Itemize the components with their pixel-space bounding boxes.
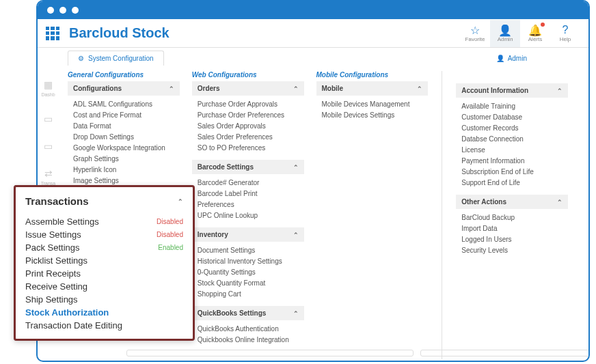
status-badge: Enabled: [158, 244, 183, 251]
chevron-up-icon: ⌃: [293, 310, 299, 317]
panel-head-barcode[interactable]: Barcode Settings⌃: [192, 160, 304, 174]
col-web: Web Configurations Orders⌃ Purchase Orde…: [192, 71, 304, 359]
callout-item[interactable]: Issue SettingsDisabled: [25, 228, 183, 241]
apps-grid-icon[interactable]: [46, 27, 59, 40]
list-item[interactable]: Google Workspace Integration: [70, 142, 180, 153]
list-item[interactable]: Image Settings: [70, 175, 180, 186]
chevron-up-icon: ⌃: [293, 85, 299, 92]
callout-item-label: Pack Settings: [25, 242, 80, 253]
panel-items-barcode: Barcode# GeneratorBarcode Label PrintPre…: [192, 174, 304, 225]
callout-item[interactable]: Picklist Settings: [25, 254, 183, 267]
callout-item[interactable]: Ship Settings: [25, 293, 183, 306]
list-item[interactable]: Import Data: [459, 223, 568, 234]
list-item[interactable]: Barcode Label Print: [195, 188, 304, 199]
transactions-callout: Transactions⌃ Assemble SettingsDisabledI…: [14, 185, 195, 341]
list-item[interactable]: Historical Inventory Settings: [195, 255, 304, 266]
list-item[interactable]: BarCloud Backup: [459, 212, 568, 223]
rail-item[interactable]: ▭: [44, 141, 53, 152]
tabs-row: ⚙System Configuration 👤Admin: [38, 48, 588, 66]
panel-head-mobile[interactable]: Mobile⌃: [316, 81, 429, 96]
panel-items-quickbooks: QuickBooks AuthenticationQuickbooks Onli…: [192, 320, 304, 349]
callout-item-label: Print Receipts: [25, 268, 81, 279]
list-item[interactable]: Barcode# Generator: [195, 177, 304, 188]
rail-transactions[interactable]: ⇄Transa: [41, 168, 56, 186]
footer-box: [126, 350, 414, 356]
panel-head-orders[interactable]: Orders⌃: [192, 81, 304, 96]
list-item[interactable]: Customer Database: [459, 111, 568, 122]
admin-button[interactable]: 👤Admin: [490, 20, 520, 47]
callout-item-label: Stock Authorization: [25, 307, 109, 318]
person-icon: 👤: [496, 55, 504, 62]
panel-head-other-actions[interactable]: Other Actions⌃: [456, 195, 568, 209]
callout-item[interactable]: Assemble SettingsDisabled: [25, 215, 183, 228]
list-item[interactable]: Document Settings: [195, 244, 304, 255]
list-item[interactable]: UPC Online Lookup: [195, 210, 304, 221]
panel-items-orders: Purchase Order ApprovalsPurchase Order P…: [192, 96, 304, 157]
rail-item[interactable]: ▭: [44, 113, 53, 124]
status-badge: Disabled: [157, 218, 183, 225]
list-item[interactable]: Customer Records: [459, 122, 568, 133]
alerts-button[interactable]: 🔔Alerts: [520, 20, 550, 47]
topbar: Barcloud Stock ☆Favorite 👤Admin 🔔Alerts …: [38, 19, 588, 48]
titlebar: [38, 1, 588, 19]
list-item[interactable]: Payment Information: [459, 155, 568, 166]
app-title: Barcloud Stock: [69, 25, 460, 41]
list-item[interactable]: Subscription End of Life: [459, 166, 568, 177]
list-item[interactable]: ADL SAML Configurations: [70, 98, 180, 109]
list-item[interactable]: Support End of Life: [459, 177, 568, 188]
list-item[interactable]: Available Training: [459, 100, 568, 111]
chevron-up-icon: ⌃: [169, 85, 174, 92]
list-item[interactable]: Cost and Price Format: [70, 109, 180, 120]
list-item[interactable]: Purchase Order Preferences: [195, 109, 304, 120]
list-item[interactable]: Graph Settings: [70, 153, 180, 164]
panel-head-quickbooks[interactable]: QuickBooks Settings⌃: [192, 306, 304, 320]
list-item[interactable]: Quickbooks Online Integration: [195, 334, 304, 345]
panel-head-configurations[interactable]: Configurations⌃: [68, 81, 180, 96]
gear-icon: ⚙: [78, 55, 84, 62]
callout-item[interactable]: Pack SettingsEnabled: [25, 241, 183, 254]
rail-dashboard[interactable]: ▦Dashb: [41, 79, 55, 97]
list-item[interactable]: Databse Connection: [459, 133, 568, 144]
list-item[interactable]: SO to PO Preferences: [195, 142, 304, 153]
window-dot[interactable]: [72, 7, 79, 14]
callout-item-label: Issue Settings: [25, 229, 81, 240]
window-dot[interactable]: [47, 7, 54, 14]
panel-head-account-info[interactable]: Account Information⌃: [456, 83, 568, 98]
status-badge: Disabled: [157, 231, 183, 238]
list-item[interactable]: Sales Order Preferences: [195, 131, 304, 142]
list-item[interactable]: License: [459, 144, 568, 155]
list-item[interactable]: Shopping Cart: [195, 288, 304, 299]
list-item[interactable]: Stock Quantity Format: [195, 277, 304, 288]
callout-item[interactable]: Transaction Date Editing: [25, 319, 183, 332]
callout-item[interactable]: Print Receipts: [25, 267, 183, 280]
list-item[interactable]: QuickBooks Authentication: [195, 323, 304, 334]
list-item[interactable]: Purchase Order Approvals: [195, 98, 304, 109]
chevron-up-icon: ⌃: [557, 87, 563, 94]
list-item[interactable]: Security Levels: [459, 244, 568, 255]
section-title-mobile: Mobile Configurations: [316, 71, 429, 79]
list-item[interactable]: Hyperlink Icon: [70, 164, 180, 175]
callout-head[interactable]: Transactions⌃: [25, 195, 183, 207]
favorite-button[interactable]: ☆Favorite: [460, 20, 490, 47]
callout-item[interactable]: Stock Authorization: [25, 306, 183, 319]
tab-system-configuration[interactable]: ⚙System Configuration: [68, 51, 164, 66]
list-item[interactable]: Mobile Devices Management: [319, 98, 429, 109]
list-item[interactable]: Mobile Devices Settings: [319, 109, 429, 120]
tab-admin[interactable]: 👤Admin: [487, 51, 568, 66]
dashboard-icon: ▦: [44, 79, 53, 90]
list-item[interactable]: Drop Down Settings: [70, 131, 180, 142]
doc-icon: ▭: [44, 141, 53, 152]
list-item[interactable]: Sales Order Approvals: [195, 120, 304, 131]
panel-items-other-actions: BarCloud BackupImport DataLogged In User…: [456, 209, 568, 260]
help-button[interactable]: ?Help: [550, 20, 580, 47]
window-dot[interactable]: [59, 7, 66, 14]
panel-head-inventory[interactable]: Inventory⌃: [192, 227, 304, 242]
list-item[interactable]: Data Format: [70, 120, 180, 131]
callout-item-label: Transaction Date Editing: [25, 320, 122, 331]
list-item[interactable]: Logged In Users: [459, 234, 568, 244]
list-item[interactable]: 0-Quantity Settings: [195, 266, 304, 277]
chevron-up-icon: ⌃: [417, 85, 422, 92]
list-item[interactable]: Preferences: [195, 199, 304, 210]
transactions-icon: ⇄: [44, 168, 53, 179]
callout-item[interactable]: Receive Setting: [25, 280, 183, 293]
